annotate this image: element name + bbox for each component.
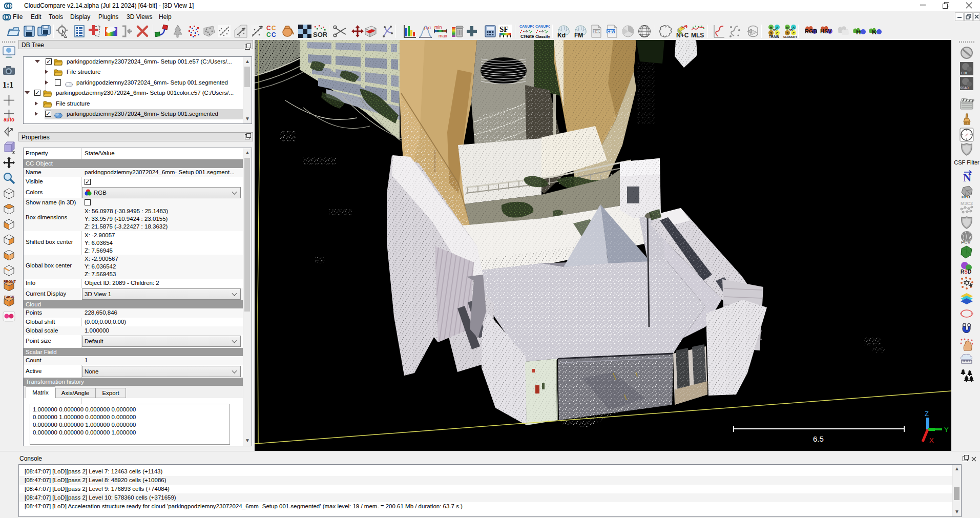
svg-text:SHP: SHP	[593, 30, 601, 33]
svg-text:S: S	[786, 32, 788, 35]
svg-text:C: C	[793, 32, 795, 35]
svg-text:M: M	[786, 26, 789, 29]
svg-text:H: H	[856, 28, 861, 36]
svg-text:RGB: RGB	[805, 28, 818, 34]
svg-text:min: min	[434, 25, 442, 30]
svg-text:A: A	[776, 26, 779, 29]
svg-text:C: C	[266, 31, 271, 38]
svg-text:6.5: 6.5	[813, 434, 824, 443]
svg-text:HPR: HPR	[962, 195, 970, 199]
svg-text:RSD: RSD	[961, 269, 971, 275]
svg-text:M3C2: M3C2	[961, 201, 973, 206]
svg-text:K: K	[872, 28, 877, 36]
svg-text:Z: Z	[925, 410, 929, 418]
svg-text:C: C	[272, 31, 276, 38]
svg-text:PCV: PCV	[961, 240, 971, 245]
svg-text:EDL: EDL	[961, 71, 969, 75]
svg-text:BACK: BACK	[4, 295, 14, 299]
svg-text:FRONT: FRONT	[4, 280, 16, 283]
svg-text:μ,σ: μ,σ	[424, 25, 431, 30]
svg-text:SOR: SOR	[313, 31, 327, 38]
svg-text:MLS: MLS	[691, 32, 704, 38]
svg-text:3D: 3D	[773, 29, 777, 32]
svg-text:Kd: Kd	[557, 32, 566, 38]
svg-text:TRAIN: TRAIN	[769, 35, 779, 38]
svg-text:CANUPO: CANUPO	[519, 25, 534, 28]
svg-text:max: max	[439, 33, 448, 38]
svg-text:Create: Create	[520, 34, 534, 38]
svg-text:CSV: CSV	[607, 30, 615, 33]
svg-text:N+C: N+C	[676, 32, 689, 38]
svg-text:CLASSIFY: CLASSIFY	[783, 35, 798, 38]
svg-text:CANUPO: CANUPO	[535, 25, 550, 28]
svg-text:Y: Y	[944, 426, 949, 433]
svg-text:C: C	[272, 25, 276, 32]
svg-text:Classify: Classify	[535, 34, 550, 38]
svg-text:auto: auto	[4, 117, 14, 122]
svg-text:3D: 3D	[789, 29, 793, 32]
svg-text:SSAO: SSAO	[960, 86, 969, 90]
svg-text:SF: SF	[499, 25, 509, 33]
svg-text:HSV: HSV	[820, 28, 832, 34]
svg-text:1:1: 1:1	[3, 80, 13, 89]
svg-text:FM: FM	[574, 32, 583, 38]
svg-text:A: A	[793, 26, 795, 29]
svg-text:M: M	[770, 26, 773, 29]
svg-text:X: X	[929, 437, 934, 444]
svg-text:C: C	[266, 25, 271, 32]
